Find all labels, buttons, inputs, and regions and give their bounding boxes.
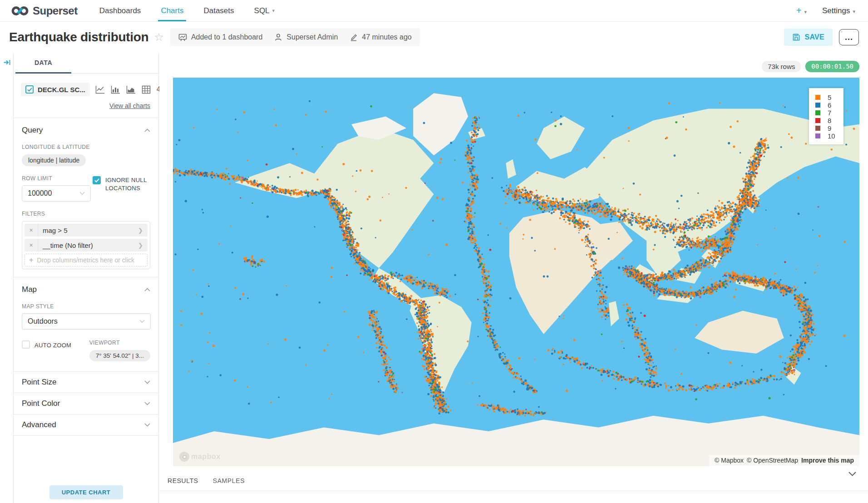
ignore-null-checkbox-row[interactable]: IGNORE NULL LOCATIONS xyxy=(93,176,150,192)
line-chart-icon[interactable] xyxy=(95,85,105,94)
update-chart-button[interactable]: UPDATE CHART xyxy=(49,485,123,499)
remove-filter-icon[interactable]: × xyxy=(25,239,38,252)
bar-chart-icon[interactable] xyxy=(111,85,120,94)
chevron-down-icon: ▾ xyxy=(853,9,855,14)
save-floppy-icon xyxy=(792,33,800,41)
legend-item[interactable]: 10 xyxy=(815,132,838,140)
more-actions-button[interactable]: ... xyxy=(839,29,859,45)
chevron-down-icon xyxy=(79,192,85,195)
top-navbar: Superset Dashboards Charts Datasets SQL▾… xyxy=(0,0,868,22)
chevron-up-icon xyxy=(144,128,150,132)
legend-swatch xyxy=(815,118,820,123)
settings-menu[interactable]: Settings▾ xyxy=(822,6,855,15)
chevron-down-icon: ▾ xyxy=(272,8,275,14)
legend-label: 6 xyxy=(828,101,831,109)
mapbox-logo-icon xyxy=(179,452,189,462)
dashboards-meta[interactable]: Added to 1 dashboard xyxy=(178,33,262,42)
nav-item-charts[interactable]: Charts xyxy=(151,0,193,21)
map-style-select[interactable]: Outdoors xyxy=(22,313,151,330)
advanced-section-header[interactable]: Advanced xyxy=(22,414,150,435)
chevron-down-icon xyxy=(139,320,145,323)
filter-chip[interactable]: × mag > 5 ❯ xyxy=(25,224,148,237)
new-menu-button[interactable]: +▾ xyxy=(796,5,807,16)
viz-type-selected[interactable]: DECK.GL SC... xyxy=(21,83,90,96)
view-all-charts-link[interactable]: View all charts xyxy=(109,102,150,109)
page-title: Earthquake distribution xyxy=(9,30,148,44)
auto-zoom-label: AUTO ZOOM xyxy=(35,340,71,350)
row-limit-select[interactable]: 100000 xyxy=(22,185,91,202)
mapbox-logo[interactable]: mapbox xyxy=(179,452,221,462)
collapse-results-icon[interactable] xyxy=(848,472,856,476)
collapse-panel-icon[interactable] xyxy=(3,59,11,66)
chevron-down-icon xyxy=(144,423,150,427)
user-icon xyxy=(274,33,282,41)
ignore-null-label: IGNORE NULL LOCATIONS xyxy=(105,176,147,192)
chevron-down-icon xyxy=(144,402,150,405)
nav-item-dashboards[interactable]: Dashboards xyxy=(89,0,151,21)
map-section: Map MAP STYLE Outdoors AUTO ZOOM VIEWPOR… xyxy=(14,277,158,370)
map-style-label: MAP STYLE xyxy=(22,303,150,310)
point-color-section-header[interactable]: Point Color xyxy=(22,393,150,414)
chevron-down-icon: ▾ xyxy=(804,9,807,15)
nav-item-sql[interactable]: SQL▾ xyxy=(244,0,285,21)
mapbox-attribution-link[interactable]: © Mapbox xyxy=(715,457,744,464)
panel-gutter xyxy=(0,53,14,503)
legend-swatch xyxy=(815,110,820,115)
owner-meta: Superset Admin xyxy=(274,33,338,41)
osm-attribution-link[interactable]: © OpenStreetMap xyxy=(747,457,798,464)
deckgl-map: 5 6 7 8 9 10 m xyxy=(173,78,859,466)
world-map-canvas[interactable] xyxy=(173,78,859,466)
checkbox-checked-icon[interactable] xyxy=(93,176,101,184)
divider xyxy=(159,491,868,491)
chart-area: 73k rows 00:00:01.50 5 6 7 8 9 xyxy=(159,53,868,503)
filters-label: FILTERS xyxy=(22,211,150,217)
map-attribution: © Mapbox © OpenStreetMap Improve this ma… xyxy=(709,455,859,466)
control-panel: DATA DECK.GL SC... xyxy=(14,53,159,503)
area-chart-icon[interactable] xyxy=(126,85,136,94)
remove-filter-icon[interactable]: × xyxy=(25,224,38,237)
chevron-right-icon[interactable]: ❯ xyxy=(138,227,148,234)
row-limit-label: ROW LIMIT xyxy=(22,175,91,182)
save-button[interactable]: SAVE xyxy=(784,29,833,46)
dashboard-icon xyxy=(178,33,187,42)
auto-zoom-checkbox-row[interactable]: AUTO ZOOM xyxy=(22,340,88,350)
legend-item[interactable]: 6 xyxy=(815,101,838,109)
viz-checkbox-checked[interactable] xyxy=(25,85,34,94)
point-size-section-header[interactable]: Point Size xyxy=(22,372,150,393)
map-section-header[interactable]: Map xyxy=(22,277,150,294)
edit-pencil-icon xyxy=(350,33,358,41)
favorite-star-icon[interactable]: ☆ xyxy=(154,31,164,44)
tab-data[interactable]: DATA xyxy=(15,53,71,74)
legend-item[interactable]: 5 xyxy=(815,94,838,101)
chevron-down-icon xyxy=(144,380,150,384)
tab-samples[interactable]: SAMPLES xyxy=(213,477,245,484)
legend-item[interactable]: 8 xyxy=(815,117,838,124)
modified-meta: 47 minutes ago xyxy=(350,33,411,41)
query-section-header[interactable]: Query xyxy=(22,118,150,135)
chevron-right-icon[interactable]: ❯ xyxy=(138,242,148,249)
superset-logo[interactable]: Superset xyxy=(0,0,89,21)
tab-results[interactable]: RESULTS xyxy=(168,477,198,484)
improve-map-link[interactable]: Improve this map xyxy=(801,457,854,464)
infinity-logo-icon xyxy=(11,5,29,17)
map-legend: 5 6 7 8 9 10 xyxy=(809,88,843,144)
filter-chip[interactable]: × __time (No filter) ❯ xyxy=(25,239,148,252)
legend-item[interactable]: 7 xyxy=(815,109,838,117)
legend-swatch xyxy=(815,126,820,131)
legend-label: 8 xyxy=(828,117,831,124)
checkbox-unchecked-icon[interactable] xyxy=(22,340,30,349)
filters-box: × mag > 5 ❯ × __time (No filter) ❯ + Dro… xyxy=(22,221,150,269)
nav-items: Dashboards Charts Datasets SQL▾ xyxy=(89,0,285,21)
viewport-value-pill[interactable]: 7° 35' 54.02" | 3... xyxy=(89,350,150,361)
lonlat-label: LONGITUDE & LATITUDE xyxy=(22,144,150,150)
row-count-badge: 73k rows xyxy=(762,61,801,72)
legend-item[interactable]: 9 xyxy=(815,124,838,132)
nav-item-datasets[interactable]: Datasets xyxy=(193,0,244,21)
legend-swatch xyxy=(815,133,820,138)
table-icon[interactable] xyxy=(142,85,151,94)
lonlat-value-pill[interactable]: longitude | latitude xyxy=(22,154,86,166)
legend-swatch xyxy=(815,103,820,108)
drop-columns-zone[interactable]: + Drop columns/metrics here or click xyxy=(25,254,148,266)
chart-header: Earthquake distribution ☆ Added to 1 das… xyxy=(0,22,868,53)
control-panel-tabs: DATA xyxy=(14,53,158,74)
